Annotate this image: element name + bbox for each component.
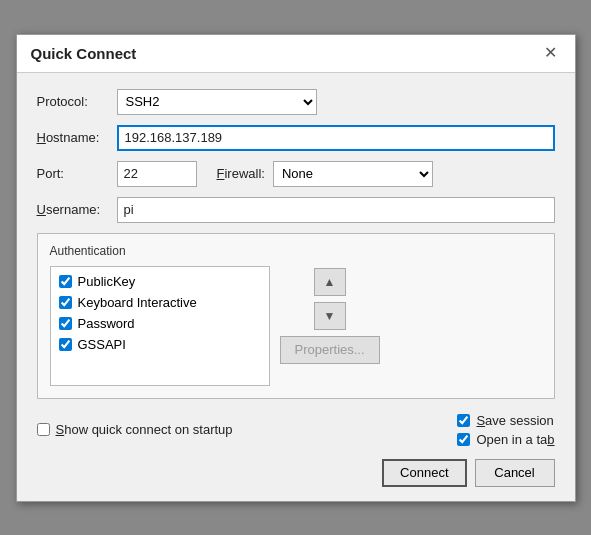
open-in-tab-text: Open in a tab bbox=[476, 432, 554, 447]
show-quick-connect-text: Show quick connect on startup bbox=[56, 422, 233, 437]
open-in-tab-checkbox[interactable] bbox=[457, 433, 470, 446]
auth-item-keyboard[interactable]: Keyboard Interactive bbox=[55, 292, 265, 313]
firewall-label: Firewall: bbox=[217, 166, 265, 181]
protocol-label: Protocol: bbox=[37, 94, 117, 109]
publickey-label: PublicKey bbox=[78, 274, 136, 289]
keyboard-checkbox[interactable] bbox=[59, 296, 72, 309]
cancel-button[interactable]: Cancel bbox=[475, 459, 555, 487]
protocol-select[interactable]: SSH2 SSH1 Telnet SFTP bbox=[117, 89, 317, 115]
port-firewall-row: Port: Firewall: None Proxy Firewall1 bbox=[37, 161, 555, 187]
move-up-button[interactable]: ▲ bbox=[314, 268, 346, 296]
connect-button[interactable]: Connect bbox=[382, 459, 466, 487]
dialog-title: Quick Connect bbox=[31, 45, 137, 62]
gssapi-label: GSSAPI bbox=[78, 337, 126, 352]
close-button[interactable]: ✕ bbox=[540, 45, 561, 61]
auth-content: PublicKey Keyboard Interactive Password … bbox=[50, 266, 542, 386]
auth-controls: ▲ ▼ Properties... bbox=[280, 266, 380, 386]
save-session-text: Save session bbox=[476, 413, 553, 428]
auth-item-password[interactable]: Password bbox=[55, 313, 265, 334]
auth-item-publickey[interactable]: PublicKey bbox=[55, 271, 265, 292]
dialog-body: Protocol: SSH2 SSH1 Telnet SFTP Hostname… bbox=[17, 73, 575, 501]
port-label: Port: bbox=[37, 166, 117, 181]
auth-item-gssapi[interactable]: GSSAPI bbox=[55, 334, 265, 355]
gssapi-checkbox[interactable] bbox=[59, 338, 72, 351]
hostname-label: Hostname: bbox=[37, 130, 117, 145]
firewall-select[interactable]: None Proxy Firewall1 bbox=[273, 161, 433, 187]
password-label: Password bbox=[78, 316, 135, 331]
hostname-input[interactable] bbox=[117, 125, 555, 151]
save-session-label[interactable]: Save session bbox=[457, 413, 553, 428]
auth-section: Authentication PublicKey Keyboard Intera… bbox=[37, 233, 555, 399]
open-in-tab-label[interactable]: Open in a tab bbox=[457, 432, 554, 447]
save-session-checkbox[interactable] bbox=[457, 414, 470, 427]
username-row: Username: bbox=[37, 197, 555, 223]
properties-button[interactable]: Properties... bbox=[280, 336, 380, 364]
protocol-row: Protocol: SSH2 SSH1 Telnet SFTP bbox=[37, 89, 555, 115]
action-buttons: Connect Cancel bbox=[37, 459, 555, 487]
move-down-button[interactable]: ▼ bbox=[314, 302, 346, 330]
bottom-options-row: Show quick connect on startup Save sessi… bbox=[37, 413, 555, 447]
quick-connect-dialog: Quick Connect ✕ Protocol: SSH2 SSH1 Teln… bbox=[16, 34, 576, 502]
port-input[interactable] bbox=[117, 161, 197, 187]
publickey-checkbox[interactable] bbox=[59, 275, 72, 288]
left-options: Show quick connect on startup bbox=[37, 422, 233, 437]
title-bar: Quick Connect ✕ bbox=[17, 35, 575, 73]
hostname-row: Hostname: bbox=[37, 125, 555, 151]
password-checkbox[interactable] bbox=[59, 317, 72, 330]
auth-legend: Authentication bbox=[50, 244, 542, 258]
username-label: Username: bbox=[37, 202, 117, 217]
right-options: Save session Open in a tab bbox=[457, 413, 554, 447]
username-input[interactable] bbox=[117, 197, 555, 223]
keyboard-label: Keyboard Interactive bbox=[78, 295, 197, 310]
show-quick-connect-label[interactable]: Show quick connect on startup bbox=[37, 422, 233, 437]
show-quick-connect-checkbox[interactable] bbox=[37, 423, 50, 436]
auth-list: PublicKey Keyboard Interactive Password … bbox=[50, 266, 270, 386]
